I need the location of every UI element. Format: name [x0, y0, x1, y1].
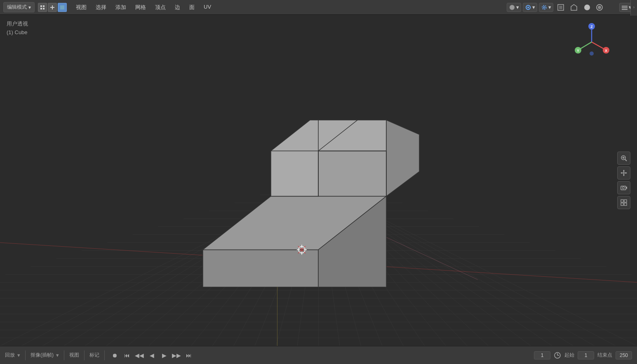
svg-rect-6 — [60, 5, 64, 9]
svg-rect-68 — [624, 203, 627, 205]
camera-tool-btn[interactable] — [617, 181, 630, 194]
current-frame[interactable]: 1 — [534, 351, 550, 359]
start-frame[interactable]: 1 — [578, 351, 594, 359]
skip-end-btn[interactable]: ⏭ — [184, 350, 194, 360]
menu-mesh[interactable]: 网格 — [131, 2, 150, 12]
prev-keyframe-btn[interactable]: ◀◀ — [134, 350, 144, 360]
mode-icons-group — [38, 3, 67, 12]
zoom-tool-btn[interactable] — [617, 152, 630, 165]
divider-4 — [104, 350, 105, 360]
material-render-icon[interactable] — [594, 2, 605, 13]
svg-point-7 — [510, 5, 515, 10]
record-btn[interactable]: ⏺ — [110, 350, 120, 360]
svg-point-15 — [584, 5, 590, 10]
divider-1 — [25, 350, 26, 360]
right-side-tools — [617, 152, 630, 209]
svg-rect-20 — [622, 7, 628, 8]
start-label: 起始 — [564, 352, 574, 359]
axis-gizmo[interactable]: Z X Y — [571, 21, 612, 63]
face-mode-icon[interactable] — [58, 3, 67, 12]
chevron-icon: ▾ — [516, 4, 519, 10]
svg-marker-61 — [625, 172, 627, 174]
view-section: 视图 — [69, 352, 79, 359]
marker-section: 标记 — [89, 352, 99, 359]
svg-line-50 — [579, 42, 592, 49]
svg-rect-21 — [622, 9, 628, 10]
svg-rect-66 — [624, 200, 627, 202]
clock-icon — [554, 352, 561, 359]
play-btn[interactable]: ▶ — [159, 350, 169, 360]
divider-2 — [64, 350, 64, 360]
menu-add[interactable]: 添加 — [111, 2, 130, 12]
vertex-mode-icon[interactable] — [38, 3, 47, 12]
skip-start-btn[interactable]: ⏮ — [122, 350, 132, 360]
svg-rect-13 — [559, 6, 562, 9]
svg-marker-58 — [623, 170, 625, 171]
mode-label: 编辑模式 — [7, 4, 27, 11]
render-region-icon[interactable] — [555, 2, 566, 13]
solid-render-icon[interactable] — [581, 2, 593, 13]
marker-label: 标记 — [89, 352, 99, 359]
perspective-label: 用户透视 — [7, 20, 28, 28]
svg-marker-27 — [318, 151, 386, 196]
mesh-svg — [155, 73, 452, 287]
svg-rect-2 — [40, 8, 42, 9]
svg-line-47 — [592, 42, 605, 49]
collapse-panel-arrow[interactable]: › — [630, 0, 637, 16]
svg-line-55 — [625, 159, 627, 161]
svg-rect-67 — [621, 203, 623, 205]
playback-section: 回放 ▾ — [5, 352, 20, 359]
end-label: 结束点 — [597, 352, 612, 359]
svg-rect-3 — [43, 8, 45, 9]
svg-text:Z: Z — [590, 25, 593, 29]
chevron-down-icon: ▾ — [28, 5, 31, 10]
menu-view[interactable]: 视图 — [72, 2, 91, 12]
edge-mode-icon[interactable] — [48, 3, 57, 12]
menu-vertex[interactable]: 顶点 — [151, 2, 170, 12]
svg-marker-22 — [203, 250, 318, 287]
right-toolbar: ▾ ▾ ▾ ▾ — [507, 2, 634, 13]
chevron-icon3: ▾ — [548, 4, 551, 10]
viewport-info: 用户透视 (1) Cube — [7, 20, 28, 37]
playback-label: 回放 — [5, 352, 15, 359]
svg-rect-1 — [43, 5, 45, 7]
rendered-icon[interactable] — [606, 2, 618, 13]
xray-group[interactable]: ▾ — [539, 3, 553, 12]
overlay-group[interactable]: ▾ — [523, 3, 537, 12]
menu-face[interactable]: 面 — [185, 2, 199, 12]
svg-point-18 — [609, 5, 615, 10]
svg-point-53 — [590, 51, 594, 56]
viewport[interactable]: 用户透视 (1) Cube — [0, 15, 637, 346]
capture-section: 抠像(插帧) ▾ — [31, 352, 59, 359]
pan-tool-btn[interactable] — [617, 166, 630, 180]
playback-controls: ⏺ ⏮ ◀◀ ◀ ▶ ▶▶ ⏭ — [110, 350, 194, 360]
chevron-icon2: ▾ — [532, 4, 535, 10]
menu-edge[interactable]: 边 — [171, 2, 184, 12]
svg-marker-14 — [571, 5, 577, 10]
svg-point-11 — [543, 7, 545, 8]
svg-rect-0 — [40, 5, 42, 7]
svg-point-9 — [527, 7, 529, 8]
step-back-btn[interactable]: ◀ — [147, 350, 157, 360]
svg-point-10 — [542, 5, 546, 9]
mode-selector[interactable]: 编辑模式 ▾ — [3, 2, 35, 12]
camera-perspective-icon[interactable] — [568, 2, 580, 13]
playback-chevron-icon: ▾ — [17, 352, 20, 358]
svg-point-64 — [623, 187, 625, 189]
top-toolbar: 编辑模式 ▾ 视图 选择 添加 网格 顶点 边 面 UV ▾ ▾ — [0, 0, 637, 15]
object-label: (1) Cube — [7, 28, 28, 37]
divider-3 — [84, 350, 85, 360]
end-frame[interactable]: 250 — [616, 351, 632, 359]
view-label: 视图 — [69, 352, 79, 359]
menu-select[interactable]: 选择 — [92, 2, 110, 12]
menu-uv[interactable]: UV — [200, 2, 215, 12]
svg-marker-59 — [623, 175, 625, 176]
3d-object — [155, 73, 452, 288]
grid-view-btn[interactable] — [617, 196, 630, 209]
viewport-shading-group[interactable]: ▾ — [507, 3, 521, 12]
svg-text:Y: Y — [577, 49, 579, 53]
svg-point-17 — [598, 6, 601, 9]
render-mode-group — [581, 2, 618, 13]
step-forward-btn[interactable]: ▶▶ — [172, 350, 181, 360]
frame-controls: 1 起始 1 结束点 250 — [534, 351, 632, 359]
